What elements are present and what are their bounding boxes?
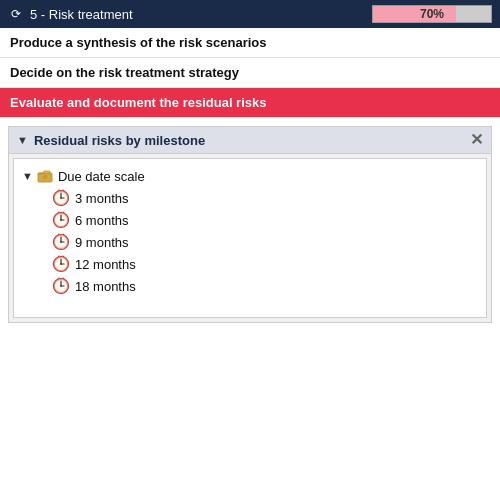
tree-root-label: Due date scale — [58, 169, 145, 184]
panel-content: ▼ Due date scale 3 months — [13, 158, 487, 318]
tree-child-item-4[interactable]: 18 months — [52, 275, 478, 297]
panel-close-button[interactable]: ✕ — [470, 132, 483, 148]
task-label-3: Evaluate and document the residual risks — [10, 95, 266, 110]
task-row-3[interactable]: Evaluate and document the residual risks — [0, 88, 500, 118]
clock-icon-3 — [52, 255, 70, 273]
svg-point-21 — [60, 241, 62, 243]
clock-icon-0 — [52, 189, 70, 207]
panel-header[interactable]: ▼ Residual risks by milestone ✕ — [9, 127, 491, 154]
tree-root: ▼ Due date scale — [22, 165, 478, 187]
tree-children: 3 months 6 months 9 months 12 months — [22, 187, 478, 297]
svg-point-35 — [60, 285, 62, 287]
progress-label: 70% — [373, 6, 491, 22]
clock-icon-1 — [52, 211, 70, 229]
progress-bar: 70% — [372, 5, 492, 23]
tree-child-item-3[interactable]: 12 months — [52, 253, 478, 275]
tree-child-item-2[interactable]: 9 months — [52, 231, 478, 253]
svg-point-14 — [60, 219, 62, 221]
tree-child-item-1[interactable]: 6 months — [52, 209, 478, 231]
task-row-1[interactable]: Produce a synthesis of the risk scenario… — [0, 28, 500, 58]
header-title: 5 - Risk treatment — [30, 7, 372, 22]
tree-child-label-4: 18 months — [75, 279, 136, 294]
panel: ▼ Residual risks by milestone ✕ ▼ Due da… — [8, 126, 492, 323]
panel-title: Residual risks by milestone — [34, 133, 470, 148]
tree-child-item-0[interactable]: 3 months — [52, 187, 478, 209]
svg-rect-0 — [38, 173, 52, 182]
task-label-1: Produce a synthesis of the risk scenario… — [10, 35, 267, 50]
tree-child-label-2: 9 months — [75, 235, 128, 250]
svg-point-28 — [60, 263, 62, 265]
tree-root-arrow[interactable]: ▼ — [22, 170, 33, 182]
folder-icon — [36, 167, 54, 185]
svg-point-7 — [60, 197, 62, 199]
tree-root-item[interactable]: ▼ Due date scale — [22, 165, 478, 187]
panel-toggle-arrow[interactable]: ▼ — [17, 134, 28, 146]
header-bar: ⟳ 5 - Risk treatment 70% — [0, 0, 500, 28]
task-label-2: Decide on the risk treatment strategy — [10, 65, 239, 80]
clock-icon-4 — [52, 277, 70, 295]
spin-icon: ⟳ — [8, 6, 24, 22]
tree-child-label-1: 6 months — [75, 213, 128, 228]
clock-icon-2 — [52, 233, 70, 251]
task-row-2[interactable]: Decide on the risk treatment strategy — [0, 58, 500, 88]
tree-child-label-3: 12 months — [75, 257, 136, 272]
tree-child-label-0: 3 months — [75, 191, 128, 206]
